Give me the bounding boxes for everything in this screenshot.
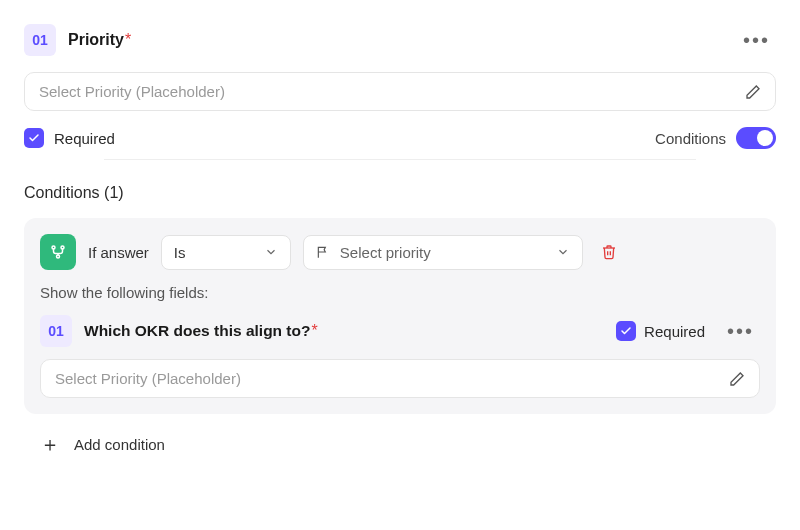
subfield-number-badge: 01 — [40, 315, 72, 347]
subfield-required-checkbox[interactable] — [616, 321, 636, 341]
show-fields-label: Show the following fields: — [40, 284, 760, 301]
if-answer-label: If answer — [88, 244, 149, 261]
subfield-placeholder-input[interactable]: Select Priority (Placeholder) — [40, 359, 760, 398]
chevron-down-icon — [264, 245, 278, 259]
conditions-heading: Conditions (1) — [24, 184, 776, 202]
subfield-header: 01 Which OKR does this align to?* Requir… — [40, 315, 760, 347]
field-placeholder-text: Select Priority (Placeholder) — [39, 83, 225, 100]
subfield-placeholder-text: Select Priority (Placeholder) — [55, 370, 241, 387]
subfield-title-wrap: Which OKR does this align to?* — [84, 322, 318, 340]
subfield-required-label: Required — [644, 323, 705, 340]
conditions-toggle-label: Conditions — [655, 130, 726, 147]
flag-icon — [316, 245, 330, 259]
branch-icon — [40, 234, 76, 270]
chevron-down-icon — [556, 245, 570, 259]
subfield-title: Which OKR does this align to? — [84, 322, 310, 339]
required-star: * — [311, 322, 317, 339]
value-placeholder: Select priority — [340, 244, 431, 261]
conditions-toggle[interactable] — [736, 127, 776, 149]
add-condition-label: Add condition — [74, 436, 165, 453]
field-more-menu[interactable]: ••• — [737, 26, 776, 54]
field-title: Priority — [68, 31, 124, 48]
divider — [104, 159, 696, 160]
field-title-wrap: Priority* — [68, 31, 131, 49]
value-select[interactable]: Select priority — [303, 235, 583, 270]
required-label: Required — [54, 130, 115, 147]
subfield-more-menu[interactable]: ••• — [721, 317, 760, 345]
required-star: * — [125, 31, 131, 48]
field-options-row: Required Conditions — [24, 127, 776, 149]
condition-row: If answer Is Select priority — [40, 234, 760, 270]
operator-select[interactable]: Is — [161, 235, 291, 270]
field-placeholder-input[interactable]: Select Priority (Placeholder) — [24, 72, 776, 111]
subfield-required-wrap: Required — [616, 321, 705, 341]
field-header: 01 Priority* ••• — [24, 24, 776, 56]
required-checkbox[interactable] — [24, 128, 44, 148]
field-number-badge: 01 — [24, 24, 56, 56]
operator-value: Is — [174, 244, 186, 261]
pencil-icon[interactable] — [745, 84, 761, 100]
pencil-icon[interactable] — [729, 371, 745, 387]
plus-icon: ＋ — [40, 434, 60, 454]
add-condition-button[interactable]: ＋ Add condition — [24, 434, 776, 454]
conditions-panel: If answer Is Select priority Show the fo… — [24, 218, 776, 414]
delete-condition-button[interactable] — [595, 238, 623, 266]
